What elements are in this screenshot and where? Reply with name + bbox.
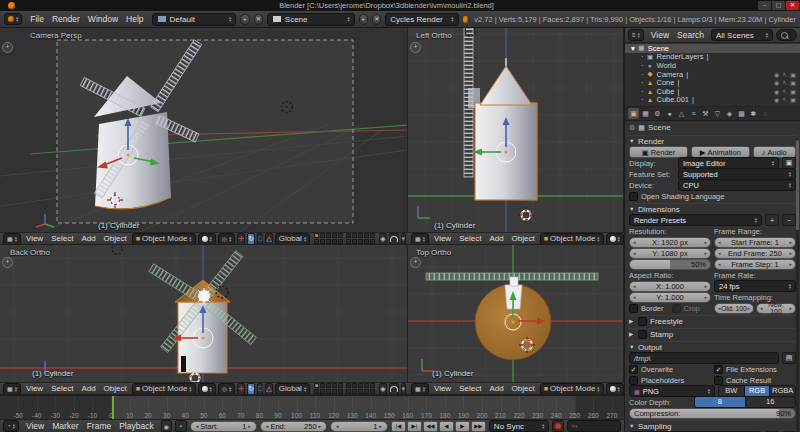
current-frame-marker[interactable] bbox=[112, 396, 114, 420]
color-mode-rgb[interactable]: RGB bbox=[745, 386, 771, 396]
disclosure-icon[interactable]: ▾ bbox=[631, 44, 635, 53]
layer-cell[interactable] bbox=[338, 389, 343, 394]
screen-layout-dropdown[interactable]: Default▴▾ bbox=[152, 13, 237, 26]
layer-cell[interactable] bbox=[314, 383, 319, 388]
timeline-ruler[interactable]: -50-40-30-20-100102030405060708090100110… bbox=[0, 395, 624, 420]
tab-material[interactable]: ◈ bbox=[724, 108, 735, 119]
mode-dropdown[interactable]: ■Object Mode▴▾ bbox=[540, 233, 604, 245]
shading-dropdown[interactable]: ▴▾ bbox=[606, 383, 624, 395]
layer-cell[interactable] bbox=[358, 233, 363, 238]
mode-dropdown[interactable]: ■Object Mode▴▾ bbox=[540, 383, 604, 395]
outliner-item-cube-001[interactable]: ·▲Cube.001|◉↖▣ bbox=[625, 96, 800, 105]
panel-header-sampling[interactable]: ▼Sampling bbox=[629, 420, 796, 432]
timeline-menu-view[interactable]: View bbox=[22, 421, 48, 431]
layer-cell[interactable] bbox=[364, 233, 369, 238]
toolshelf-expand-icon[interactable]: + bbox=[2, 257, 13, 268]
checkbox-crop[interactable]: Crop bbox=[672, 304, 700, 313]
layer-cell[interactable] bbox=[320, 233, 325, 238]
checkbox-open-shading-language[interactable]: Open Shading Language bbox=[629, 192, 796, 201]
renderable-camera-icon[interactable]: ▣ bbox=[790, 96, 796, 103]
layer-cell[interactable] bbox=[358, 239, 363, 244]
editor-type-button-timeline[interactable]: ◔▴▾ bbox=[3, 420, 19, 432]
viewport-menu-select[interactable]: Select bbox=[456, 234, 484, 243]
viewport-3d-canvas[interactable] bbox=[408, 28, 624, 232]
toolshelf-expand-icon[interactable]: + bbox=[410, 42, 421, 53]
color-depth-8[interactable]: 8 bbox=[695, 397, 746, 407]
visibility-eye-icon[interactable]: ◉ bbox=[774, 71, 779, 78]
outliner-item-scene[interactable]: ▾▦Scene bbox=[625, 44, 800, 53]
sync-dropdown[interactable]: No Sync▴▾ bbox=[489, 420, 550, 432]
color-mode-bw[interactable]: BW bbox=[719, 386, 745, 396]
transform-orientation-dropdown[interactable]: Global▴▾ bbox=[275, 383, 310, 395]
layer-cell[interactable] bbox=[352, 233, 357, 238]
editor-type-button-outliner[interactable]: ≡▴▾ bbox=[628, 29, 644, 41]
frame-start-field[interactable]: ◂Start:1▸ bbox=[190, 421, 257, 432]
viewport-menu-view[interactable]: View bbox=[23, 234, 46, 243]
number-field-new-100[interactable]: ◂New: 100▸ bbox=[756, 303, 796, 314]
jump-to-end-button[interactable]: ▶| bbox=[407, 421, 422, 432]
windmill-object[interactable] bbox=[464, 28, 537, 200]
lock-button[interactable]: ◈ bbox=[379, 383, 386, 395]
layer-cell[interactable] bbox=[370, 233, 375, 238]
viewport-menu-add[interactable]: Add bbox=[486, 384, 506, 393]
outliner-item-cube[interactable]: ·▲Cube|◉↖▣ bbox=[625, 87, 800, 96]
maximize-button[interactable]: ▢ bbox=[772, 1, 785, 10]
minimize-button[interactable]: – bbox=[758, 1, 771, 10]
layer-cell[interactable] bbox=[314, 239, 319, 244]
timeline-menu-marker[interactable]: Marker bbox=[48, 421, 82, 431]
number-field-end-frame-250[interactable]: ◂End Frame: 250▸ bbox=[714, 248, 796, 259]
editor-type-button-3dview[interactable]: ▦▴▾ bbox=[411, 383, 429, 395]
snap-magnet-button[interactable] bbox=[389, 233, 399, 245]
viewport-3d-canvas[interactable] bbox=[408, 245, 624, 382]
snap-magnet-button[interactable] bbox=[389, 383, 399, 395]
editor-type-button-3dview[interactable]: ▦▴▾ bbox=[3, 383, 21, 395]
transform-orientation-dropdown[interactable]: Global▴▾ bbox=[275, 233, 310, 245]
outliner-item-renderlayers[interactable]: ·▣RenderLayers| bbox=[625, 53, 800, 62]
menu-field-24-fps[interactable]: 24 fps▴▾ bbox=[714, 280, 796, 292]
layer-cell[interactable] bbox=[358, 383, 363, 388]
record-button[interactable] bbox=[552, 420, 563, 432]
next-keyframe-button[interactable]: ▶▶ bbox=[471, 421, 486, 432]
frame-end-field[interactable]: ◂End:250▸ bbox=[260, 421, 327, 432]
viewport-menu-object[interactable]: Object bbox=[101, 234, 130, 243]
viewport-menu-add[interactable]: Add bbox=[78, 384, 98, 393]
layer-cell[interactable] bbox=[314, 233, 319, 238]
tab-object[interactable]: △ bbox=[676, 108, 687, 119]
layer-cell[interactable] bbox=[346, 383, 351, 388]
delete-layout-button[interactable]: ✕ bbox=[254, 14, 263, 25]
viewport-camera-persp[interactable]: Camera Persp (1) Cylinder + bbox=[0, 28, 408, 232]
render-engine-dropdown[interactable]: Cycles Render▴▾ bbox=[385, 13, 458, 26]
windmill-object[interactable] bbox=[426, 273, 598, 360]
snap-element-dropdown[interactable]: ▾ bbox=[401, 233, 407, 245]
number-field-x-1920-px[interactable]: ◂X: 1920 px▸ bbox=[629, 237, 711, 248]
folder-icon[interactable]: ▤ bbox=[782, 352, 796, 364]
layer-cell[interactable] bbox=[326, 239, 331, 244]
viewport-menu-object[interactable]: Object bbox=[101, 384, 130, 393]
layer-cell[interactable] bbox=[332, 233, 337, 238]
presets-dropdown-render-presets[interactable]: Render Presets▴▾ bbox=[629, 214, 762, 226]
toolshelf-expand-icon[interactable]: + bbox=[2, 42, 13, 53]
menu-field-cpu[interactable]: CPU▴▾ bbox=[678, 179, 796, 191]
viewport-menu-add[interactable]: Add bbox=[486, 234, 506, 243]
viewport-menu-select[interactable]: Select bbox=[48, 384, 76, 393]
viewport-menu-view[interactable]: View bbox=[431, 234, 454, 243]
display-filter-dropdown[interactable]: All Scenes▴▾ bbox=[711, 29, 773, 41]
checkbox-border[interactable]: Border bbox=[629, 304, 664, 313]
percent-slider[interactable]: 50% bbox=[629, 259, 711, 270]
outliner-item-world[interactable]: ·●World bbox=[625, 61, 800, 70]
tab-modifiers[interactable]: ⚒ bbox=[700, 108, 711, 119]
editor-type-button-3dview[interactable]: ▦▴▾ bbox=[411, 233, 429, 245]
color-depth-16[interactable]: 16 bbox=[746, 397, 796, 407]
percent-slider[interactable]: Compression:90% bbox=[629, 408, 796, 419]
visibility-eye-icon[interactable]: ◉ bbox=[774, 96, 779, 103]
viewport-menu-object[interactable]: Object bbox=[509, 234, 538, 243]
panel-checkbox[interactable] bbox=[638, 317, 647, 326]
viewport-3d-canvas[interactable] bbox=[0, 28, 408, 232]
viewport-menu-select[interactable]: Select bbox=[48, 234, 76, 243]
lock-button[interactable]: ◈ bbox=[379, 233, 386, 245]
layer-cell[interactable] bbox=[346, 389, 351, 394]
snap-element-dropdown[interactable]: ▾ bbox=[401, 383, 407, 395]
panel-checkbox[interactable] bbox=[638, 330, 647, 339]
panel-header-render[interactable]: ▼Render bbox=[629, 135, 796, 147]
renderable-camera-icon[interactable]: ▣ bbox=[790, 88, 796, 95]
